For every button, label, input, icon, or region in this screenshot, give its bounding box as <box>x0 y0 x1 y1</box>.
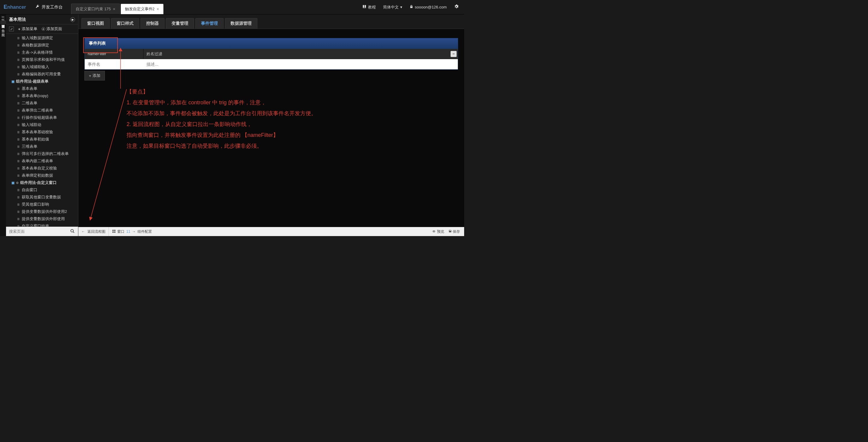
wrench-icon <box>36 4 40 10</box>
vtab-tasks[interactable]: 后台任务 <box>0 25 6 28</box>
document-tab[interactable]: 触发自定义事件2 ✕ <box>121 4 164 14</box>
file-icon: 🗎 <box>17 94 20 98</box>
play-icon[interactable]: ▶ <box>70 17 75 22</box>
add-button[interactable]: + 添加 <box>84 71 105 81</box>
sidebar-title: 基本用法 <box>9 17 26 22</box>
file-icon: 🗎 <box>17 195 20 199</box>
tab-controller[interactable]: 控制器 <box>141 18 164 29</box>
lock-icon <box>410 5 413 9</box>
event-desc-cell[interactable]: 姓名过滤 <box>144 49 451 59</box>
tree-group[interactable]: ▣⚙组件用法-自定义窗口 <box>6 179 78 186</box>
tree-item[interactable]: 🗎基本表单基础校验 <box>6 128 78 136</box>
collapse-icon[interactable]: − <box>451 51 457 57</box>
tree-item[interactable]: 🗎基本表单 <box>6 85 78 92</box>
event-list-header: 事件列表 <box>85 38 458 49</box>
tree-item[interactable]: 🗎自由窗口 <box>6 186 78 194</box>
svg-rect-7 <box>114 232 116 233</box>
file-icon: 🗎 <box>17 224 20 227</box>
tab-window-style[interactable]: 窗口样式 <box>111 18 139 29</box>
tab-datasource-mgmt[interactable]: 数据源管理 <box>225 18 257 29</box>
svg-rect-5 <box>114 230 116 231</box>
file-icon: 🗎 <box>17 101 20 105</box>
arrow-right-icon: → <box>132 230 135 234</box>
tree-item[interactable]: 🗎三维表单 <box>6 143 78 150</box>
add-menu-button[interactable]: +添加菜单 <box>18 26 37 32</box>
save-button[interactable]: 保存 <box>448 229 460 234</box>
svg-line-1 <box>73 232 74 233</box>
user-menu[interactable]: soooon@126.com <box>410 5 447 9</box>
settings-icon[interactable] <box>454 4 459 10</box>
file-icon: 🗎 <box>17 217 20 221</box>
expand-all-icon[interactable]: ⤢ <box>9 27 14 31</box>
vtab-config[interactable]: 全局配置 <box>0 29 6 33</box>
tree-item[interactable]: 🗎输入域联动 <box>6 121 78 128</box>
tab-window-view[interactable]: 窗口视图 <box>82 18 110 29</box>
eye-icon: 👁 <box>432 230 436 234</box>
save-icon <box>448 230 453 234</box>
svg-point-0 <box>71 230 73 232</box>
file-icon: 🗎 <box>17 109 20 112</box>
plus-icon: + <box>89 73 91 78</box>
preview-button[interactable]: 👁 预览 <box>432 229 444 234</box>
add-page-button[interactable]: +添加页面 <box>41 26 62 32</box>
tree-item[interactable]: 🗎弹出可多行选择的二维表单 <box>6 150 78 157</box>
file-icon: 🗎 <box>17 43 20 47</box>
tree-item[interactable]: 🗎获取其他窗口变量数据 <box>6 194 78 201</box>
close-icon[interactable]: ✕ <box>156 7 159 11</box>
tree-item[interactable]: 🗎二维表单 <box>6 99 78 107</box>
tree-item[interactable]: 🗎表格编辑器的可用变量 <box>6 70 78 78</box>
file-icon: 🗎 <box>17 188 20 192</box>
tree-item[interactable]: 🗎行操作按钮超级表单 <box>6 114 78 121</box>
collapse-left-icon[interactable]: ≪ <box>1 18 5 22</box>
tree-item[interactable]: 🗎提供变量数据供外部使用2 <box>6 208 78 215</box>
tree-item[interactable]: 🗎基本表单(copy) <box>6 92 78 99</box>
search-input[interactable] <box>8 228 68 235</box>
tab-label: 触发自定义事件2 <box>125 6 155 12</box>
tab-event-mgmt[interactable]: 事件管理 <box>195 18 224 29</box>
file-icon: 🗎 <box>17 130 20 134</box>
tab-label: 自定义窗口约束 175 <box>76 6 111 12</box>
tree-item[interactable]: 🗎基本表单初始值 <box>6 136 78 143</box>
folder-open-icon: ▣ <box>11 181 14 185</box>
back-to-flow-button[interactable]: ← 返回流程图 <box>79 227 109 236</box>
event-name-cell[interactable]: nameFilter <box>85 49 144 59</box>
search-icon[interactable] <box>68 229 76 234</box>
tree-item[interactable]: 🗎基本表单自定义校验 <box>6 165 78 172</box>
event-desc-input[interactable] <box>144 59 458 69</box>
brand-logo: Enhancer <box>2 4 30 10</box>
file-icon: 🗎 <box>17 145 20 148</box>
tree-item[interactable]: 🗎主表->从表格详情 <box>6 49 78 56</box>
annotation-arrow-icon <box>84 86 138 222</box>
tree-item[interactable]: 🗎表格数据源绑定 <box>6 41 78 49</box>
tree-item[interactable]: 🗎表单绑定初始数据 <box>6 172 78 179</box>
file-icon: 🗎 <box>17 36 20 40</box>
tab-variable-mgmt[interactable]: 变量管理 <box>166 18 194 29</box>
tree-item[interactable]: 🗎表单弹出二维表单 <box>6 107 78 114</box>
grid-icon <box>113 230 116 234</box>
tree-group[interactable]: ▣组件用法-超级表单 <box>6 78 78 85</box>
tree-item[interactable]: 🗎页脚显示求和值和平均值 <box>6 56 78 63</box>
svg-rect-4 <box>113 230 114 231</box>
event-name-input[interactable] <box>85 59 144 69</box>
svg-rect-6 <box>113 232 114 233</box>
tree-item[interactable]: 🗎表单内嵌二维表单 <box>6 157 78 165</box>
file-icon: 🗎 <box>17 203 20 206</box>
annotation-text: 【要点】 1. 在变量管理中，添加在 controller 中 trig 的事件… <box>127 86 316 151</box>
tree-item[interactable]: 🗎受其他窗口影响 <box>6 201 78 208</box>
gear-icon: ⚙ <box>16 181 19 184</box>
tree-item[interactable]: 🗎输入域辅助输入 <box>6 63 78 70</box>
svg-line-3 <box>90 89 127 219</box>
tutorial-link[interactable]: 教程 <box>362 4 376 10</box>
language-selector[interactable]: 简体中文 ▾ <box>383 4 402 10</box>
tree-item[interactable]: 🗎输入域数据源绑定 <box>6 34 78 41</box>
arrow-left-icon: ← <box>82 230 85 234</box>
file-icon: 🗎 <box>17 65 20 69</box>
close-icon[interactable]: ✕ <box>113 7 116 11</box>
dev-console-link[interactable]: 开发工作台 <box>30 4 68 10</box>
document-tab[interactable]: 自定义窗口约束 175 ✕ <box>71 4 120 14</box>
file-icon: 🗎 <box>17 58 20 61</box>
breadcrumb: 窗口 11 → 组件配置 <box>109 227 156 236</box>
tree-item[interactable]: 🗎提供变量数据供外部使用 <box>6 215 78 223</box>
file-icon: 🗎 <box>17 123 20 127</box>
tree-item[interactable]: 🗎自定义窗口约束 <box>6 223 78 227</box>
